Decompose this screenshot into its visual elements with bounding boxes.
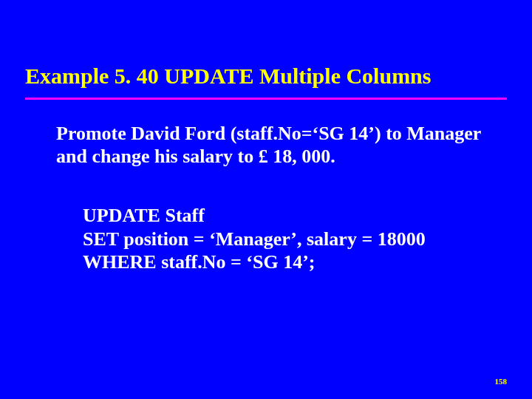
slide: Example 5. 40 UPDATE Multiple Columns Pr… <box>0 0 532 399</box>
description-block: Promote David Ford (staff.No=‘SG 14’) to… <box>56 123 492 168</box>
sql-line-1: UPDATE Staff <box>83 204 497 228</box>
description-line-1: Promote David Ford (staff.No=‘SG 14’) to… <box>56 123 492 146</box>
title-area: Example 5. 40 UPDATE Multiple Columns <box>25 64 507 89</box>
description-line-2: and change his salary to £ 18, 000. <box>56 146 492 168</box>
sql-line-2: SET position = ‘Manager’, salary = 18000 <box>83 228 497 251</box>
page-number: 158 <box>495 377 508 386</box>
title-underline <box>25 98 507 100</box>
sql-code-block: UPDATE Staff SET position = ‘Manager’, s… <box>83 204 497 274</box>
slide-title: Example 5. 40 UPDATE Multiple Columns <box>25 64 507 89</box>
sql-line-3: WHERE staff.No = ‘SG 14’; <box>83 250 497 274</box>
